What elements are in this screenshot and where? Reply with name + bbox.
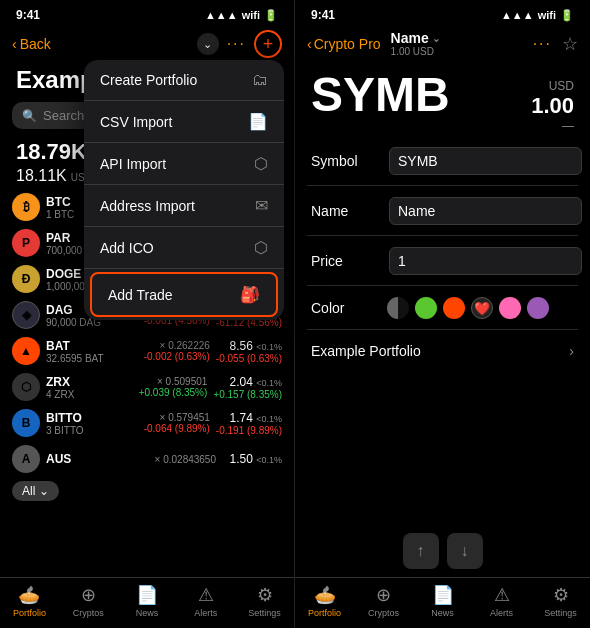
name-row: Name [307, 187, 578, 236]
menu-address-import[interactable]: Address Import ✉ [84, 185, 284, 227]
asset-info-zrx: ZRX 4 ZRX [46, 375, 121, 400]
asset-icon-dag: ◈ [12, 301, 40, 329]
scroll-up-button[interactable]: ↑ [403, 533, 439, 569]
asset-value: 1.50 <0.1% [230, 452, 282, 466]
status-bar-left: 9:41 ▲▲▲ wifi 🔋 [0, 0, 294, 26]
color-row: Color ❤️ [307, 287, 578, 330]
asset-symbol: ZRX [46, 375, 121, 389]
scroll-down-button[interactable]: ↓ [447, 533, 483, 569]
portfolio-row[interactable]: Example Portfolio › [307, 331, 578, 371]
chevron-down-icon-right: ⌄ [432, 33, 440, 44]
color-label: Color [311, 300, 381, 316]
add-button[interactable]: + [254, 30, 282, 58]
nav-dots-left[interactable]: ··· [227, 35, 246, 53]
asset-amount: 3 BITTO [46, 425, 124, 436]
tab-settings-right[interactable]: ⚙ Settings [531, 584, 590, 618]
asset-price: × 0.579451 [160, 412, 210, 423]
name-input[interactable] [389, 197, 582, 225]
back-chevron-icon-right: ‹ [307, 36, 312, 52]
settings-icon: ⚙ [257, 584, 273, 606]
status-bar-right: 9:41 ▲▲▲ wifi 🔋 [295, 0, 590, 26]
tab-bar-left: 🥧 Portfolio ⊕ Cryptos 📄 News ⚠ Alerts ⚙ … [0, 577, 294, 628]
tab-label: News [136, 608, 159, 618]
asset-amount: 32.6595 BAT [46, 353, 124, 364]
tab-cryptos-left[interactable]: ⊕ Cryptos [59, 584, 118, 618]
portfolio-icon: 🥧 [18, 584, 40, 606]
tab-news-right[interactable]: 📄 News [413, 584, 472, 618]
news-tab-icon-right: 📄 [432, 584, 454, 606]
right-panel: 9:41 ▲▲▲ wifi 🔋 ‹ Crypto Pro Name ⌄ 1.00… [295, 0, 590, 628]
asset-icon-doge: Ð [12, 265, 40, 293]
menu-create-portfolio[interactable]: Create Portfolio 🗂 [84, 60, 284, 101]
menu-api-import[interactable]: API Import ⬡ [84, 143, 284, 185]
menu-csv-import[interactable]: CSV Import 📄 [84, 101, 284, 143]
asset-row[interactable]: ⬡ ZRX 4 ZRX × 0.509501 +0.039 (8.35%) 2.… [0, 369, 294, 405]
tab-cryptos-right[interactable]: ⊕ Cryptos [354, 584, 413, 618]
asset-row[interactable]: B BITTO 3 BITTO × 0.579451 -0.064 (9.89%… [0, 405, 294, 441]
back-button-left[interactable]: ‹ Back [12, 36, 51, 52]
coin-symbol: SYMB [311, 71, 450, 119]
star-icon[interactable]: ☆ [562, 33, 578, 55]
asset-icon-btc: ₿ [12, 193, 40, 221]
battery-icon: 🔋 [264, 9, 278, 22]
portfolio-tab-icon-right: 🥧 [314, 584, 336, 606]
tab-label: Portfolio [308, 608, 341, 618]
status-icons-left: ▲▲▲ wifi 🔋 [205, 9, 278, 22]
api-menu-icon: ⬡ [254, 154, 268, 173]
asset-price: × 0.262226 [160, 340, 210, 351]
tab-portfolio-right[interactable]: 🥧 Portfolio [295, 584, 354, 618]
menu-item-label: Add Trade [108, 287, 173, 303]
all-filter-button[interactable]: All ⌄ [12, 481, 59, 501]
menu-item-label: Add ICO [100, 240, 154, 256]
color-option-halfmoon[interactable] [387, 297, 409, 319]
color-option-green[interactable] [415, 297, 437, 319]
tab-portfolio-left[interactable]: 🥧 Portfolio [0, 584, 59, 618]
time-left: 9:41 [16, 8, 40, 22]
asset-row[interactable]: A AUS × 0.02843650 1.50 <0.1% [0, 441, 294, 477]
wifi-icon-right: wifi [538, 9, 556, 21]
portfolio-menu-icon: 🗂 [252, 71, 268, 89]
right-nav-actions: ··· ☆ [533, 33, 578, 55]
wifi-icon: wifi [242, 9, 260, 21]
ico-menu-icon: ⬡ [254, 238, 268, 257]
color-option-heart[interactable]: ❤️ [471, 297, 493, 319]
asset-mid-aus: × 0.02843650 [136, 454, 216, 465]
asset-icon-par: P [12, 229, 40, 257]
nav-dots-right[interactable]: ··· [533, 35, 552, 53]
color-option-purple[interactable] [527, 297, 549, 319]
menu-add-trade[interactable]: Add Trade 🎒 [90, 272, 278, 317]
menu-item-label: API Import [100, 156, 166, 172]
coin-price-block: USD 1.00 — [531, 71, 574, 133]
menu-add-ico[interactable]: Add ICO ⬡ [84, 227, 284, 269]
right-nav-title: Name ⌄ 1.00 USD [391, 30, 440, 57]
asset-value-change: -0.191 (9.89%) [216, 425, 282, 436]
back-button-right[interactable]: ‹ Crypto Pro [307, 36, 381, 52]
back-label-right: Crypto Pro [314, 36, 381, 52]
filter-row: All ⌄ [0, 477, 294, 505]
chevron-down-icon: ⌄ [39, 484, 49, 498]
tab-alerts-left[interactable]: ⚠ Alerts [176, 584, 235, 618]
price-input[interactable] [389, 247, 582, 275]
tab-settings-left[interactable]: ⚙ Settings [235, 584, 294, 618]
tab-label: Settings [248, 608, 281, 618]
status-icons-right: ▲▲▲ wifi 🔋 [501, 9, 574, 22]
symbol-input[interactable] [389, 147, 582, 175]
alerts-tab-icon-right: ⚠ [494, 584, 510, 606]
asset-info-bitto: BITTO 3 BITTO [46, 411, 124, 436]
color-option-orange[interactable] [443, 297, 465, 319]
asset-value: 8.56 <0.1% [230, 339, 282, 353]
asset-change: +0.039 (8.35%) [139, 387, 208, 398]
asset-price: × 0.509501 [157, 376, 207, 387]
asset-row[interactable]: ▲ BAT 32.6595 BAT × 0.262226 -0.002 (0.6… [0, 333, 294, 369]
time-right: 9:41 [311, 8, 335, 22]
cryptos-tab-icon-right: ⊕ [376, 584, 391, 606]
search-icon: 🔍 [22, 109, 37, 123]
nav-chevron-btn[interactable]: ⌄ [197, 33, 219, 55]
asset-symbol: AUS [46, 452, 130, 466]
tab-news-left[interactable]: 📄 News [118, 584, 177, 618]
tab-alerts-right[interactable]: ⚠ Alerts [472, 584, 531, 618]
coin-price-value: 1.00 [531, 93, 574, 119]
color-option-pink[interactable] [499, 297, 521, 319]
symbol-row: Symbol [307, 137, 578, 186]
asset-amount: 4 ZRX [46, 389, 121, 400]
